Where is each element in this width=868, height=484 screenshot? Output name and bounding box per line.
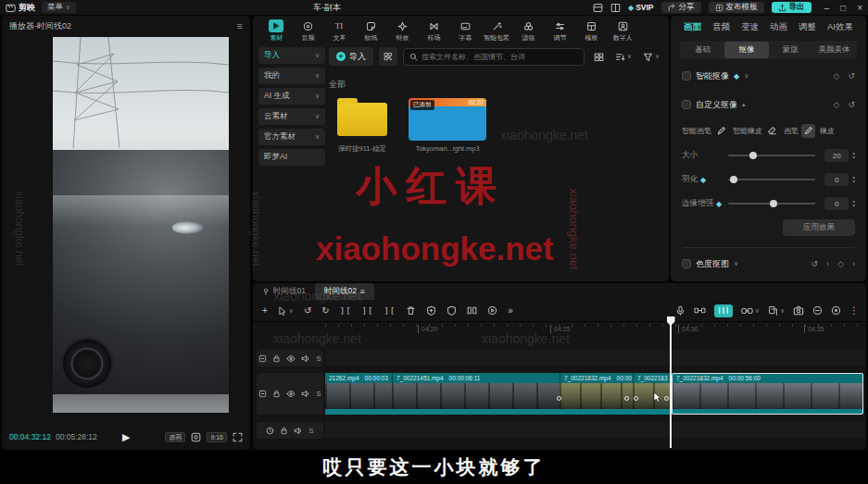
zoom-out-icon[interactable] [812,305,823,316]
video-preview[interactable] [53,37,229,413]
cover-camera-icon[interactable] [793,305,804,316]
reverse-play-icon[interactable] [487,305,497,316]
media-tab-material[interactable]: 素材 [262,19,290,43]
edge-slider[interactable] [728,203,815,205]
select-tool-button[interactable]: ∨ [278,306,294,316]
speaker-icon[interactable] [301,354,310,363]
brush-tool[interactable]: 画笔 [784,124,815,138]
media-tab-effects[interactable]: 特效 [388,19,416,43]
layout-toggle-icon[interactable] [593,3,603,13]
copy-mode-button[interactable]: ∨ [768,305,785,316]
reset-icon[interactable]: ↺ [848,100,855,109]
speaker-icon[interactable] [301,390,310,398]
subtab-mask[interactable]: 蒙版 [769,42,812,58]
tab-animation[interactable]: 动画 [770,21,787,33]
collapse-track-icon[interactable] [258,354,267,363]
media-tab-text[interactable]: TI 文本 [325,19,353,43]
lock-icon[interactable] [280,427,288,435]
sidebar-item-mine[interactable]: 我的∨ [258,68,325,84]
chroma-key-toggle[interactable] [682,259,691,268]
clip-4[interactable]: 7_0022183 [633,373,672,415]
timeline-tab-01[interactable]: 时间线01 [253,283,315,300]
sidebar-item-cloud-material[interactable]: 云素材∨ [258,108,325,125]
audio-tile[interactable]: 02:20 已添加 Tokyoman...ight.mp3 [409,98,486,154]
feather-slider[interactable] [728,179,815,180]
keyframe-marker[interactable] [634,396,638,401]
smart-keying-toggle[interactable] [682,71,691,81]
clip-2[interactable]: 7_00221451.mp400:00:06:11 [392,373,560,415]
edge-value[interactable]: 0 [824,197,849,210]
subtab-beauty[interactable]: 美颜美体 [812,42,856,58]
lock-icon[interactable] [272,390,281,398]
timeline-menu-icon[interactable]: ≡ [360,287,365,296]
player-menu-icon[interactable]: ≡ [237,20,243,31]
eye-icon[interactable] [286,390,296,398]
tab-picture[interactable]: 画面 [684,21,701,33]
keyframe-diamond-icon[interactable]: ◇ [837,259,844,268]
export-button[interactable]: 导出 [772,2,811,13]
layout-panel-icon[interactable] [610,3,621,13]
playhead[interactable] [670,316,672,448]
subtab-keying[interactable]: 抠像 [724,42,768,58]
sidebar-item-jimeng-ai[interactable]: 即梦AI [258,149,325,166]
import-button[interactable]: + 导入 [329,47,373,66]
undo-button[interactable]: ↺ [304,305,311,316]
fullscreen-icon[interactable] [233,432,243,442]
track-lane-overlay[interactable] [325,350,864,366]
sidebar-item-import[interactable]: 导入∨ [258,47,325,64]
media-tab-adjust[interactable]: 调节 [546,19,573,43]
track-lane-audio[interactable] [325,422,864,439]
clock-icon[interactable] [266,427,274,435]
media-tab-smart-package[interactable]: 智能包装 [483,19,510,43]
keyframe-marker[interactable] [624,396,629,401]
size-value[interactable]: 20 [824,149,849,162]
add-track-button[interactable]: + [262,305,268,316]
trim-left-button[interactable]: ][ [362,306,374,316]
edge-stepper[interactable]: ▴▾ [852,199,855,208]
scan-import-button[interactable] [379,47,397,66]
delete-icon[interactable] [406,305,416,316]
quality-button[interactable]: 原画 [165,432,185,442]
feather-value[interactable]: 0 [824,173,849,186]
filter-button[interactable]: ∨ [643,52,660,62]
reset-icon[interactable]: ↺ [848,71,855,81]
window-close-button[interactable]: × [857,3,862,13]
size-stepper[interactable]: ▴▾ [852,151,855,160]
sidebar-item-official-material[interactable]: 官方素材∨ [258,129,325,145]
apply-effect-button[interactable]: 应用效果 [783,219,855,236]
tab-audio[interactable]: 音频 [712,21,730,33]
subtab-basic[interactable]: 基础 [681,42,724,58]
tab-adjust[interactable]: 调整 [799,21,816,33]
media-tab-captions[interactable]: 字幕 [451,19,479,43]
size-slider[interactable] [728,155,815,156]
timeline-ruler[interactable]: 04:20 04:25 04:30 04:35 [325,323,864,334]
sort-button[interactable]: ∨ [615,52,632,62]
add-keyframe-icon[interactable]: ◇ [834,71,840,81]
search-input[interactable] [421,53,578,61]
media-tab-filters[interactable]: 滤镜 [514,19,542,43]
solo-label[interactable]: S [308,427,313,435]
folder-tile[interactable]: 保时捷911-稳定 [329,98,396,154]
mirror-icon[interactable] [467,305,477,316]
clip-3[interactable]: 7_00221832.mp400:00: [560,373,633,415]
search-box[interactable] [403,48,585,66]
grid-view-icon[interactable] [594,52,604,62]
magnifier-preview-icon[interactable] [191,432,201,442]
trim-right-button[interactable]: ][ [384,306,396,316]
keyframe-marker[interactable] [664,396,669,401]
freeze-frame-icon[interactable] [426,305,436,316]
window-minimize-button[interactable]: – [824,3,830,13]
eraser-tool[interactable]: 橡皮 [820,126,835,136]
clip-1[interactable]: 21262.mp400:00:03 [325,373,392,415]
media-tab-templates[interactable]: 模板 [577,19,605,43]
media-tab-audio[interactable]: 音频 [294,19,321,43]
split-button[interactable]: ][ [340,306,352,316]
play-button[interactable]: ▶ [122,431,130,443]
publish-template-button[interactable]: 发布模板 [709,2,764,13]
more-tools-button[interactable]: » [508,305,513,316]
tab-ai-effects[interactable]: AI效果 [827,21,853,33]
media-tab-transitions[interactable]: 转场 [420,19,447,43]
timeline-tab-02[interactable]: 时间线02 ≡ [315,283,374,300]
preview-axis-toggle[interactable] [714,304,733,317]
solo-label[interactable]: S [316,390,321,398]
